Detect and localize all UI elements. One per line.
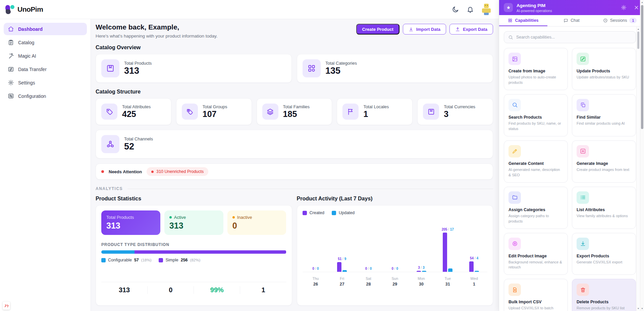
stat-card-text: Total Groups107	[203, 104, 227, 119]
image-icon	[508, 53, 521, 65]
panel-scrollbar[interactable]: ▲ ▼	[636, 27, 640, 311]
capability-description: AI-generated name, description & SEO	[508, 167, 563, 178]
sidebar-item-label: Data Transfer	[18, 67, 47, 72]
chart-bar	[443, 233, 447, 272]
debug-toolbar-icon[interactable]	[3, 302, 10, 310]
list-icon	[577, 191, 589, 204]
stat-tile-active: Active313	[164, 210, 223, 235]
user-avatar[interactable]	[481, 4, 491, 15]
sidebar-item-label: Magic AI	[18, 53, 36, 59]
scrollbar-thumb[interactable]	[641, 5, 643, 129]
agent-panel-subtitle: AI-powered operations	[517, 9, 614, 13]
stat-card-total-groups: Total Groups107	[176, 98, 252, 125]
capability-description: View family attributes & options	[577, 213, 631, 219]
sidebar-item-catalog[interactable]: Catalog	[4, 36, 87, 49]
stat-label: Total Currencies	[444, 104, 475, 109]
sidebar-item-configuration[interactable]: Configuration	[4, 90, 87, 102]
capability-card-generate-image[interactable]: Generate ImageCreate product images from…	[572, 140, 636, 183]
stat-card-text: Total Currencies3	[444, 104, 475, 119]
bar-value-label: 3 / 3	[418, 266, 424, 269]
stat-label: Total Groups	[203, 104, 227, 109]
bell-icon[interactable]	[467, 6, 474, 13]
legend-value: 57	[134, 258, 139, 262]
legend-value: 256	[181, 258, 188, 262]
status-dot	[169, 216, 172, 219]
tab-capabilities[interactable]: Capabilities	[499, 15, 547, 26]
capability-card-delete-products[interactable]: Delete ProductsRemove products by SKU li…	[572, 279, 636, 311]
capability-search[interactable]	[504, 31, 636, 43]
capability-card-search-products[interactable]: Search ProductsFind products by SKU, nam…	[504, 94, 568, 136]
capability-title: Update Products	[577, 69, 631, 73]
alert-dot	[151, 171, 154, 173]
capability-card-update-products[interactable]: Update ProductsUpdate attributes/status …	[572, 48, 636, 90]
x-day-name: Fri	[329, 276, 355, 281]
scrollbar-thumb[interactable]	[637, 32, 639, 49]
alert-dot	[101, 170, 104, 173]
sidebar-item-magic-ai[interactable]: Magic AI	[4, 50, 87, 62]
distribution-legend-item: Configurable57(18%)	[101, 258, 151, 262]
capability-title: Generate Image	[577, 161, 631, 166]
chart-bar	[417, 271, 421, 272]
chart-column-fri-27: 51 / 9	[329, 216, 355, 272]
dark-mode-icon[interactable]	[452, 6, 459, 13]
scroll-up-arrow[interactable]: ▲	[640, 0, 644, 4]
window-scrollbar[interactable]: ▲ ▼	[640, 0, 644, 311]
stat-tile-inactive: Inactive0	[227, 210, 286, 235]
import-data-button[interactable]: Import Data	[403, 24, 446, 35]
capability-card-bulk-import-csv[interactable]: Bulk Import CSVUpload CSV/XLSX to batch …	[504, 279, 568, 311]
sidebar-item-data-transfer[interactable]: Data Transfer	[4, 63, 87, 75]
export-data-button[interactable]: Export Data	[449, 24, 493, 35]
chart-bar	[475, 271, 479, 272]
needs-attention-label: Needs Attention	[109, 169, 142, 174]
stat-label: Total Locales	[363, 104, 389, 109]
scroll-down-arrow[interactable]: ▼	[637, 307, 640, 311]
capability-card-assign-categories[interactable]: Assign CategoriesAssign category paths t…	[504, 187, 568, 229]
unenriched-products-badge[interactable]: 310 Unenriched Products	[147, 167, 208, 176]
tab-chat[interactable]: Chat	[547, 15, 596, 26]
sidebar-item-dashboard[interactable]: Dashboard	[4, 23, 87, 35]
close-icon[interactable]	[634, 5, 639, 10]
stat-value: 135	[325, 66, 357, 76]
chart-bar	[422, 271, 426, 272]
chart-legend-item-updated: Updated	[332, 210, 355, 215]
x-day-date: 26	[303, 282, 329, 287]
capability-title: Generate Content	[508, 161, 563, 166]
capability-card-export-products[interactable]: Export ProductsGenerate CSV/XLSX export	[572, 233, 636, 275]
product-statistics-column: Product Statistics Total Products313Acti…	[96, 194, 292, 306]
layers-icon	[262, 104, 278, 120]
gear-icon[interactable]	[621, 5, 627, 10]
summary-stat: 1	[240, 286, 286, 294]
stat-label: Total Categories	[325, 61, 357, 66]
page-title: Welcome back, Example,	[96, 23, 218, 31]
scroll-up-arrow[interactable]: ▲	[637, 27, 640, 31]
trash-icon	[577, 284, 589, 296]
bar-pair	[469, 261, 479, 272]
stat-value: 3	[444, 110, 475, 119]
copy-icon	[577, 99, 589, 111]
scroll-down-arrow[interactable]: ▼	[640, 307, 644, 311]
brand-logo[interactable]: UnoPim	[5, 5, 43, 14]
stat-card-total-categories: Total Categories135	[297, 54, 493, 83]
x-day-name: Sat	[355, 276, 382, 281]
capability-card-create-from-image[interactable]: Create from ImageUpload photos to auto-c…	[504, 48, 568, 90]
circle-dot-icon	[508, 238, 521, 250]
sidebar-item-label: Configuration	[18, 94, 46, 99]
clock-icon	[603, 18, 608, 23]
home-icon	[8, 26, 14, 32]
capability-card-list-attributes[interactable]: List AttributesView family attributes & …	[572, 187, 636, 229]
catalog-structure-heading: Catalog Structure	[96, 89, 493, 95]
capability-search-input[interactable]	[516, 35, 632, 40]
legend-swatch	[303, 211, 307, 215]
capability-card-find-similar[interactable]: Find SimilarFind similar products using …	[572, 94, 636, 136]
capability-card-generate-content[interactable]: Generate ContentAI-generated name, descr…	[504, 140, 568, 183]
product-statistics-card: Total Products313Active313Inactive0 PROD…	[96, 205, 292, 306]
share-network-icon	[101, 135, 119, 153]
x-day-date: 30	[408, 282, 435, 287]
capability-card-edit-product-image[interactable]: Edit Product ImageBackground removal, en…	[504, 233, 568, 275]
stat-tile-label: Total Products	[106, 215, 155, 220]
tab-sessions[interactable]: Sessions1	[596, 15, 644, 26]
sidebar-item-settings[interactable]: Settings	[4, 76, 87, 89]
x-axis-label: Wed1	[461, 276, 487, 287]
create-product-button[interactable]: Create Product	[356, 24, 399, 35]
x-axis-label: Fri27	[329, 276, 355, 287]
